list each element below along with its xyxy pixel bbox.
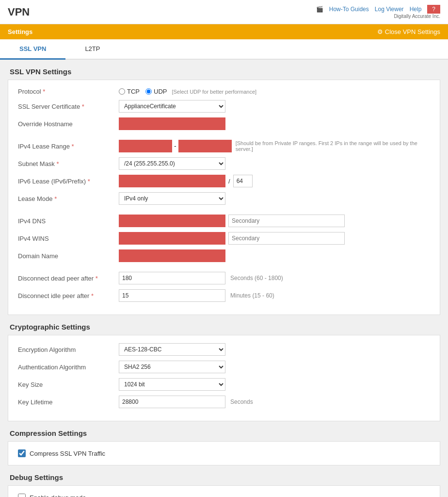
debug-settings-title: Debug Settings <box>8 473 440 481</box>
ipv4-range-hint: [Should be from Private IP ranges. First… <box>236 140 430 152</box>
debug-settings-section: Debug Settings Enable debug mode <box>8 473 440 497</box>
enable-debug-label: Enable debug mode <box>30 494 86 497</box>
ipv4-dns-row: IPv4 DNS <box>18 215 430 227</box>
encryption-algo-select[interactable]: AES-128-CBC <box>119 343 225 356</box>
auth-algo-label: Authentication Algorithm <box>18 364 115 371</box>
ipv4-range-start-input[interactable] <box>119 140 172 152</box>
udp-radio[interactable] <box>145 88 152 95</box>
protocol-label: Protocol * <box>18 88 115 95</box>
override-hostname-input[interactable] <box>119 117 225 130</box>
tcp-radio[interactable] <box>119 88 125 95</box>
domain-name-input[interactable] <box>119 249 225 262</box>
ipv4-wins-row: IPv4 WINS <box>18 232 430 245</box>
key-lifetime-label: Key Lifetime <box>18 398 115 406</box>
help-link[interactable]: Help <box>410 6 422 13</box>
key-size-label: Key Size <box>18 381 115 388</box>
idle-peer-label: Disconnect idle peer after * <box>18 292 115 299</box>
encryption-algo-row: Encryption Algorithm AES-128-CBC <box>18 343 430 356</box>
crypto-settings-title: Cryptographic Settings <box>8 323 440 331</box>
header-links: 🎬 How-To Guides Log Viewer Help ? <box>316 5 440 14</box>
dead-peer-input[interactable] <box>119 272 225 284</box>
ipv4-wins-primary-input[interactable] <box>119 232 225 245</box>
domain-name-controls <box>119 249 430 262</box>
ssl-vpn-settings-card: Protocol * TCP UDP [Select UD <box>8 80 440 315</box>
compress-traffic-label: Compress SSL VPN Traffic <box>30 450 105 457</box>
protocol-controls: TCP UDP [Select UDP for better performan… <box>119 88 430 95</box>
lease-mode-row: Lease Mode * IPv4 only <box>18 192 430 205</box>
key-size-row: Key Size 1024 bit <box>18 378 430 391</box>
ipv4-dns-label: IPv4 DNS <box>18 217 115 225</box>
dead-peer-controls: Seconds (60 - 1800) <box>119 272 430 284</box>
subnet-mask-controls: /24 (255.255.255.0) <box>119 157 430 170</box>
udp-label: UDP <box>154 88 167 95</box>
tab-l2tp[interactable]: L2TP <box>65 39 119 60</box>
compress-traffic-checkbox[interactable] <box>18 449 26 457</box>
ipv6-slash: / <box>228 178 230 185</box>
lease-mode-controls: IPv4 only <box>119 192 430 205</box>
ipv6-lease-bits-input[interactable] <box>233 175 253 187</box>
lease-mode-select[interactable]: IPv4 only <box>119 192 225 205</box>
range-dash: - <box>174 142 176 150</box>
dead-peer-label: Disconnect dead peer after * <box>18 275 115 282</box>
protocol-hint: [Select UDP for better performance] <box>172 89 256 95</box>
subnet-mask-label: Subnet Mask * <box>18 160 115 167</box>
protocol-row: Protocol * TCP UDP [Select UD <box>18 88 430 95</box>
compression-settings-title: Compression Settings <box>8 429 440 437</box>
key-size-controls: 1024 bit <box>119 378 430 391</box>
override-hostname-row: Override Hostname <box>18 117 430 130</box>
ipv4-wins-secondary-input[interactable] <box>228 232 345 245</box>
ipv4-lease-range-controls: - [Should be from Private IP ranges. Fir… <box>119 140 430 152</box>
enable-debug-checkbox[interactable] <box>18 494 26 497</box>
encryption-algo-label: Encryption Algorithm <box>18 346 115 353</box>
debug-settings-card: Enable debug mode <box>8 485 440 497</box>
subnet-mask-select[interactable]: /24 (255.255.255.0) <box>119 157 225 170</box>
key-lifetime-input[interactable] <box>119 396 225 408</box>
page-content: SSL VPN Settings Protocol * TCP <box>0 60 448 497</box>
idle-peer-row: Disconnect idle peer after * Minutes (15… <box>18 289 430 302</box>
ipv6-lease-row: IPv6 Lease (IPv6/Prefix) * / <box>18 175 430 187</box>
ipv4-range-end-input[interactable] <box>178 140 232 152</box>
key-lifetime-unit: Seconds <box>230 398 253 405</box>
tabs-container: SSL VPN L2TP <box>0 39 448 60</box>
auth-algo-select[interactable]: SHA2 256 <box>119 361 225 373</box>
override-hostname-controls <box>119 117 430 130</box>
ipv4-lease-range-label: IPv4 Lease Range * <box>18 143 115 150</box>
idle-peer-input[interactable] <box>119 289 225 302</box>
idle-peer-controls: Minutes (15 - 60) <box>119 289 430 302</box>
gear-icon: ⚙ <box>377 28 383 35</box>
compression-settings-card: Compress SSL VPN Traffic <box>8 441 440 465</box>
ssl-vpn-settings-section: SSL VPN Settings Protocol * TCP <box>8 67 440 315</box>
log-viewer-link[interactable]: Log Viewer <box>375 6 404 13</box>
udp-radio-item: UDP <box>145 88 167 95</box>
help-button[interactable]: ? <box>427 5 440 14</box>
ipv4-wins-controls <box>119 232 430 245</box>
how-to-guides-link[interactable]: How-To Guides <box>329 6 369 13</box>
dead-peer-row: Disconnect dead peer after * Seconds (60… <box>18 272 430 284</box>
key-size-select[interactable]: 1024 bit <box>119 378 225 391</box>
ipv4-dns-primary-input[interactable] <box>119 215 225 227</box>
ssl-cert-label: SSL Server Certificate * <box>18 103 115 110</box>
encryption-algo-controls: AES-128-CBC <box>119 343 430 356</box>
key-lifetime-controls: Seconds <box>119 396 430 408</box>
enable-debug-row: Enable debug mode <box>18 494 430 497</box>
crypto-settings-section: Cryptographic Settings Encryption Algori… <box>8 323 440 421</box>
settings-label: Settings <box>8 28 32 35</box>
video-icon: 🎬 <box>316 6 323 13</box>
domain-name-label: Domain Name <box>18 252 115 260</box>
ipv6-lease-prefix-input[interactable] <box>119 175 225 187</box>
key-lifetime-row: Key Lifetime Seconds <box>18 396 430 408</box>
override-hostname-label: Override Hostname <box>18 120 115 128</box>
ssl-cert-select[interactable]: ApplianceCertificate <box>119 100 225 113</box>
tab-ssl-vpn[interactable]: SSL VPN <box>0 39 65 60</box>
ssl-cert-controls: ApplianceCertificate <box>119 100 430 113</box>
crypto-settings-card: Encryption Algorithm AES-128-CBC Authent… <box>8 335 440 421</box>
dead-peer-unit: Seconds (60 - 1800) <box>230 275 283 282</box>
page-header: VPN 🎬 How-To Guides Log Viewer Help ? Di… <box>0 0 448 24</box>
idle-peer-unit: Minutes (15 - 60) <box>230 292 274 299</box>
subnet-mask-row: Subnet Mask * /24 (255.255.255.0) <box>18 157 430 170</box>
ssl-vpn-settings-title: SSL VPN Settings <box>8 67 440 76</box>
ipv4-dns-secondary-input[interactable] <box>228 215 345 227</box>
compress-traffic-row: Compress SSL VPN Traffic <box>18 449 430 457</box>
company-name: Digitally Accurate Inc. <box>316 14 440 19</box>
close-vpn-settings-button[interactable]: ⚙ Close VPN Settings <box>377 28 440 35</box>
